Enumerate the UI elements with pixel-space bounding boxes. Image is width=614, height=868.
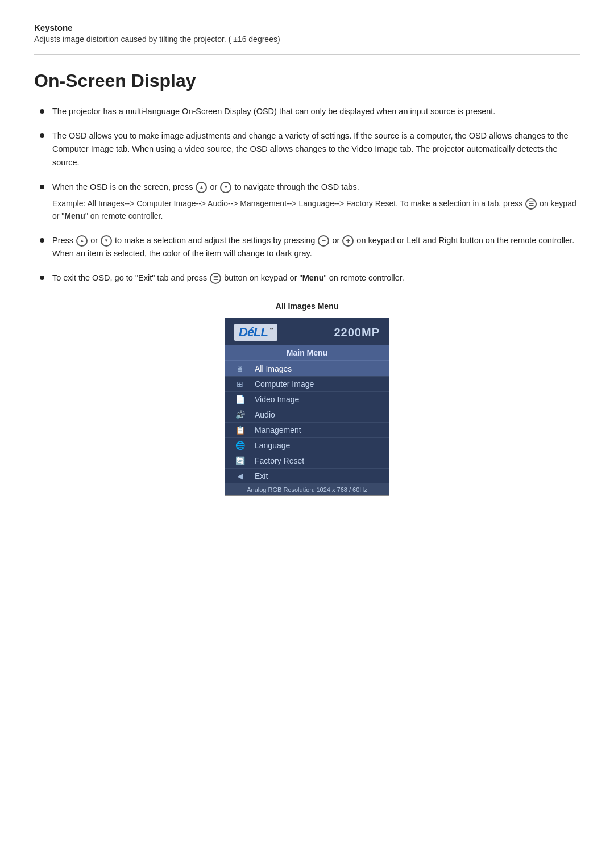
minus-icon [318,235,329,247]
section-divider [34,54,580,55]
osd-label-management: Management [255,425,382,435]
bold-menu-1: Menu [64,211,85,220]
bullet-item-1: The projector has a multi-language On-Sc… [40,105,580,118]
keystone-title: Keystone [34,23,580,32]
bullet-content-3: When the OSD is on the screen, press or … [52,181,580,223]
osd-label-exit: Exit [255,471,382,481]
osd-row-language[interactable]: 🌐 Language [225,438,389,453]
dell-brand-text: DéLL [239,325,268,339]
bullet-dot-3 [40,185,44,189]
menu-caption: All Images Menu [34,302,580,311]
osd-icon-computer-image: ⊞ [232,379,248,389]
bullet2-text: The OSD allows you to make image adjustm… [52,131,569,166]
osd-icon-factory-reset: 🔄 [232,456,248,465]
bullet-item-5: To exit the OSD, go to "Exit" tab and pr… [40,272,580,285]
bullet3-text-before: When the OSD is on the screen, press [52,182,195,191]
osd-model: 2200MP [334,326,380,339]
osd-icon-video-image: 📄 [232,395,248,404]
bullet5-text-after: button on keypad or "Menu" on remote con… [224,273,404,282]
bullet-content-2: The OSD allows you to make image adjustm… [52,130,580,169]
bullet3-text-mid: or [210,182,219,191]
menu-icon-bullet3 [525,198,537,210]
osd-label-video-image: Video Image [255,395,382,404]
osd-row-factory-reset[interactable]: 🔄 Factory Reset [225,453,389,469]
osd-label-computer-image: Computer Image [255,379,382,389]
menu-icon-bullet5 [210,273,221,284]
bullet-item-4: Press or to make a selection and adjust … [40,234,580,260]
osd-row-computer-image[interactable]: ⊞ Computer Image [225,377,389,392]
bullet-content-4: Press or to make a selection and adjust … [52,234,580,260]
bullet4-text-mid3: or [332,236,342,245]
tm-symbol: ™ [268,327,273,333]
dell-logo: DéLL™ [234,324,277,341]
osd-icon-exit: ◀ [232,471,248,481]
osd-heading: On-Screen Display [34,70,580,91]
osd-icon-audio: 🔊 [232,410,248,419]
osd-header: DéLL™ 2200MP [225,318,389,345]
osd-row-exit[interactable]: ◀ Exit [225,469,389,484]
osd-icon-all-images: 🖥 [232,364,248,373]
osd-icon-language: 🌐 [232,441,248,450]
bullet3-text-after: to navigate through the OSD tabs. [234,182,359,191]
bullet4-text-before: Press [52,236,76,245]
keystone-section: Keystone Adjusts image distortion caused… [34,23,580,44]
down-arrow-icon-2 [101,235,112,247]
osd-menu-wrapper: DéLL™ 2200MP Main Menu 🖥 All Images ⊞ Co… [34,318,580,496]
osd-row-audio[interactable]: 🔊 Audio [225,407,389,423]
bullet-content-1: The projector has a multi-language On-Sc… [52,105,580,118]
up-arrow-icon [196,182,207,193]
osd-label-audio: Audio [255,410,382,419]
bullet-list: The projector has a multi-language On-Sc… [40,105,580,285]
plus-icon [342,235,354,247]
bold-menu-2: Menu [302,273,324,282]
osd-icon-management: 📋 [232,425,248,435]
bullet-item-2: The OSD allows you to make image adjustm… [40,130,580,169]
bullet-item-3: When the OSD is on the screen, press or … [40,181,580,223]
bullet5-text-before: To exit the OSD, go to "Exit" tab and pr… [52,273,209,282]
bullet-dot-5 [40,276,44,280]
bullet1-text: The projector has a multi-language On-Sc… [52,107,495,116]
bullet-content-5: To exit the OSD, go to "Exit" tab and pr… [52,272,580,285]
osd-row-video-image[interactable]: 📄 Video Image [225,392,389,407]
osd-label-all-images: All Images [255,364,382,373]
osd-main-menu-bar: Main Menu [225,345,389,360]
osd-footer: Analog RGB Resolution: 1024 x 768 / 60Hz [225,484,389,495]
osd-row-all-images[interactable]: 🖥 All Images [225,361,389,377]
bullet-dot-1 [40,109,44,114]
bullet3-example: Example: All Images--> Computer Image-->… [52,197,580,223]
bullet4-text-mid1: or [90,236,100,245]
osd-label-language: Language [255,441,382,450]
bullet-dot-4 [40,238,44,243]
osd-label-factory-reset: Factory Reset [255,456,382,465]
bullet-dot-2 [40,133,44,138]
down-arrow-icon [220,182,231,193]
keystone-description: Adjusts image distortion caused by tilti… [34,35,580,44]
osd-menu: DéLL™ 2200MP Main Menu 🖥 All Images ⊞ Co… [225,318,389,496]
up-arrow-icon-2 [76,235,88,247]
osd-row-management[interactable]: 📋 Management [225,423,389,438]
bullet4-text-mid2: to make a selection and adjust the setti… [115,236,317,245]
